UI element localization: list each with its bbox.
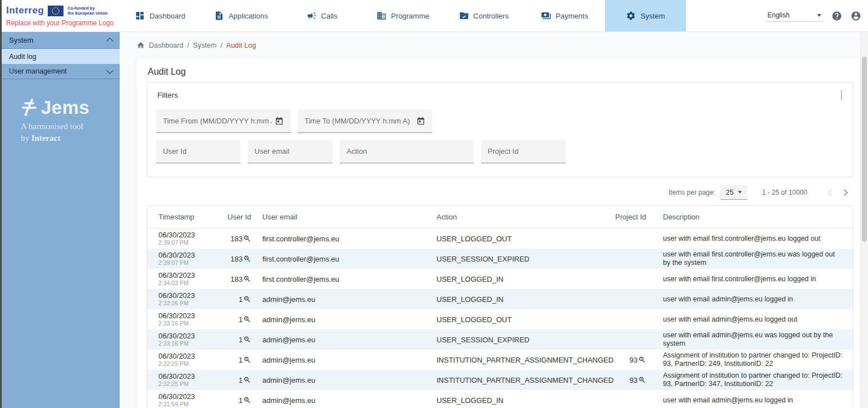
next-page-button[interactable]	[838, 185, 852, 200]
jems-logo-icon	[21, 98, 38, 117]
column-header-action: Action	[422, 213, 591, 221]
account-icon	[851, 11, 861, 21]
description-value: user with email admin@jems.eu logged in	[646, 294, 853, 305]
timestamp-date: 06/30/2023	[158, 312, 220, 320]
description-value: user with email admin@jems.eu was logged…	[646, 329, 853, 350]
zoom-in-icon[interactable]	[243, 255, 251, 263]
header-right-controls: English	[766, 0, 868, 31]
time-from-field[interactable]	[156, 109, 290, 133]
page-range-label: 1 - 25 of 10000	[762, 189, 807, 196]
page-scrollbar[interactable]	[860, 32, 868, 408]
account-button[interactable]	[851, 11, 861, 21]
action-field[interactable]	[340, 140, 474, 163]
nav-item-calls[interactable]: Calls	[281, 0, 362, 31]
user-email-value: admin@jems.eu	[251, 376, 422, 384]
calendar-icon[interactable]	[416, 117, 425, 126]
previous-page-button[interactable]	[823, 185, 838, 200]
zoom-in-icon[interactable]	[243, 356, 251, 364]
user-email-field[interactable]	[248, 140, 333, 163]
zoom-in-icon[interactable]	[243, 275, 251, 283]
nav-item-dashboard[interactable]: Dashboard	[120, 0, 201, 31]
time-from-input[interactable]	[163, 117, 271, 125]
action-value: USER_LOGGED_IN	[422, 295, 591, 304]
jems-wordmark: Jems	[41, 97, 89, 118]
zoom-in-icon[interactable]	[243, 336, 251, 343]
home-icon[interactable]	[137, 41, 145, 49]
user-email-value: first.controller@jems.eu	[251, 275, 422, 283]
nav-item-controllers[interactable]: Controllers	[443, 0, 524, 31]
jems-brand: Jems A harmonised tool by Interact	[2, 97, 120, 144]
zoom-in-icon[interactable]	[638, 376, 646, 384]
megaphone-icon	[307, 11, 317, 21]
nav-item-payments[interactable]: Payments	[524, 0, 605, 31]
nav-item-programme[interactable]: Programme	[362, 0, 443, 31]
calendar-icon[interactable]	[275, 117, 284, 126]
chevron-down-icon	[106, 67, 113, 74]
action-value: INSTITUTION_PARTNER_ASSIGNMENT_CHANGED	[422, 376, 591, 384]
time-to-field[interactable]	[298, 109, 432, 133]
table-row: 06/30/2023 2:32:25 PM 1 admin@jems.eu IN…	[147, 370, 853, 390]
programme-logo: Interreg Co-funded by the European Union	[2, 0, 120, 31]
timestamp-date: 06/30/2023	[158, 251, 220, 259]
jems-tagline: A harmonised tool by Interact	[21, 121, 120, 144]
zoom-in-icon[interactable]	[243, 315, 251, 323]
help-button[interactable]	[831, 11, 842, 21]
zoom-in-icon[interactable]	[243, 235, 251, 242]
timestamp-time: 2:31:59 PM	[158, 401, 220, 408]
document-icon	[214, 11, 224, 21]
action-value: USER_LOGGED_OUT	[422, 315, 591, 324]
breadcrumb-system[interactable]: System	[193, 42, 217, 49]
zoom-in-icon[interactable]	[243, 396, 251, 404]
user-email-input[interactable]	[255, 147, 326, 155]
action-value: USER_LOGGED_OUT	[422, 235, 591, 243]
user-email-value: first.controller@jems.eu	[251, 255, 422, 263]
building-icon	[376, 11, 387, 21]
action-value: USER_LOGGED_IN	[422, 396, 591, 405]
user-id-value: 183	[230, 255, 243, 263]
timestamp-date: 06/30/2023	[158, 292, 220, 300]
breadcrumb-audit-log: Audit Log	[226, 42, 256, 49]
timestamp-time: 2:39:07 PM	[158, 239, 220, 246]
user-id-value: 1	[239, 356, 243, 364]
timestamp-date: 06/30/2023	[158, 272, 220, 279]
paginator: Items per page: 25 1 - 25 of 10000	[147, 185, 852, 200]
language-select[interactable]: English	[766, 10, 823, 22]
zoom-in-icon[interactable]	[243, 376, 251, 384]
table-row: 06/30/2023 2:31:59 PM 1 admin@jems.eu US…	[147, 390, 853, 408]
action-value: USER_LOGGED_IN	[422, 275, 591, 283]
time-to-input[interactable]	[305, 117, 413, 125]
items-per-page-label: Items per page:	[669, 189, 715, 196]
project-id-input[interactable]	[488, 147, 559, 155]
nav-item-system[interactable]: System	[605, 0, 686, 31]
nav-item-applications[interactable]: Applications	[201, 0, 281, 31]
zoom-in-icon[interactable]	[638, 356, 646, 364]
zoom-in-icon[interactable]	[243, 295, 251, 303]
replace-logo-text: Replace with your Programme Logo	[6, 19, 115, 27]
timestamp-time: 2:33:36 PM	[158, 300, 220, 307]
sidebar-section-system[interactable]: System	[2, 32, 120, 49]
folder-check-icon	[459, 11, 469, 21]
description-value: user with email first.controller@jems.eu…	[646, 233, 853, 245]
filters-collapse-button[interactable]	[841, 90, 842, 100]
timestamp-date: 06/30/2023	[158, 373, 220, 381]
project-id-field[interactable]	[481, 140, 566, 163]
chevron-left-icon	[828, 189, 834, 195]
user-email-value: admin@jems.eu	[251, 295, 422, 304]
scrollbar-thumb[interactable]	[862, 57, 867, 242]
user-email-value: admin@jems.eu	[251, 315, 422, 324]
sidebar-item-user-management[interactable]: User management	[2, 64, 120, 79]
page-size-select[interactable]: 25	[720, 185, 747, 200]
user-id-input[interactable]	[163, 147, 234, 155]
breadcrumb-dashboard[interactable]: Dashboard	[149, 42, 183, 49]
user-id-value: 1	[239, 315, 243, 324]
action-input[interactable]	[347, 147, 467, 155]
user-id-field[interactable]	[156, 140, 240, 163]
sidebar-item-audit-log[interactable]: Audit log	[2, 49, 120, 64]
timestamp-time: 2:34:03 PM	[158, 279, 220, 287]
page-title: Audit Log	[148, 67, 853, 77]
main-nav: Dashboard Applications Calls Programme C…	[120, 0, 686, 31]
chevron-up-icon	[841, 90, 842, 100]
project-id-value: 93	[630, 376, 638, 384]
column-header-user-email: User email	[251, 213, 422, 221]
user-email-value: admin@jems.eu	[251, 336, 422, 344]
